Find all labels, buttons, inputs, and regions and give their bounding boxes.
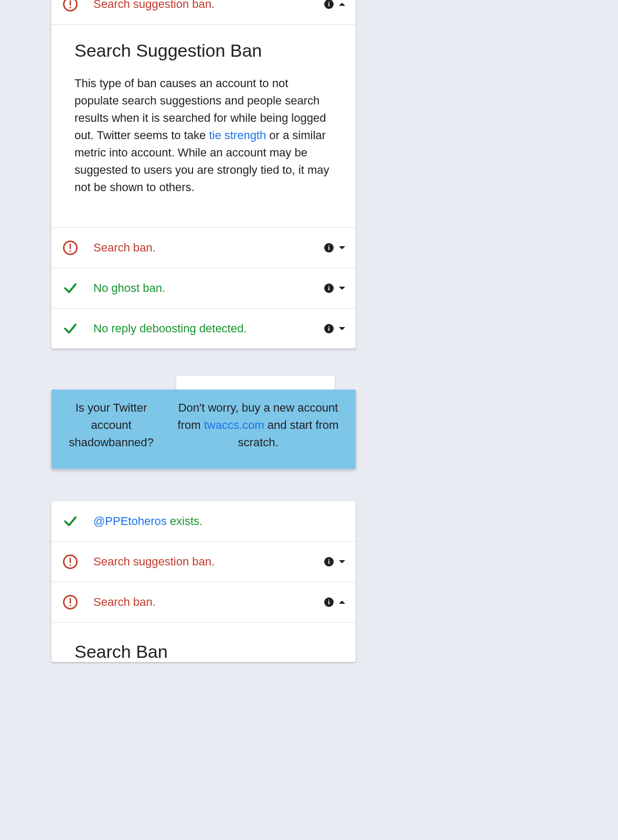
check-icon — [62, 320, 79, 337]
alert-icon — [62, 0, 79, 13]
row-label: Search ban. — [93, 595, 324, 609]
svg-rect-2 — [70, 7, 71, 8]
info-icon[interactable]: i — [324, 557, 334, 566]
info-icon[interactable]: i — [324, 284, 334, 293]
expanded-title: Search Suggestion Ban — [74, 40, 333, 61]
info-icon[interactable]: i — [324, 324, 334, 333]
promo-banner-wrap: Is your Twitter account shadowbanned? Do… — [51, 390, 356, 469]
alert-icon — [62, 594, 79, 611]
banner-cta: Don't worry, buy a new account from twac… — [168, 399, 348, 451]
info-icon[interactable]: i — [324, 243, 334, 253]
tie-strength-link[interactable]: tie strength — [209, 129, 266, 142]
caret-down-icon[interactable] — [339, 327, 345, 330]
exists-suffix: exists. — [167, 514, 203, 528]
banner-question: Is your Twitter account shadowbanned? — [59, 399, 164, 451]
results-card-2: @PPEtoheros exists. Search suggestion ba… — [51, 501, 356, 662]
results-card-1: Search suggestion ban. i Search Suggesti… — [51, 0, 356, 349]
alert-icon — [62, 553, 79, 570]
row-search-ban[interactable]: Search ban. i — [51, 582, 356, 622]
row-no-reply-deboosting[interactable]: No reply deboosting detected. i — [51, 308, 356, 349]
row-label: No ghost ban. — [93, 281, 324, 295]
row-label: Search suggestion ban. — [93, 0, 324, 11]
row-search-suggestion-ban[interactable]: Search suggestion ban. i — [51, 541, 356, 582]
row-no-ghost-ban[interactable]: No ghost ban. i — [51, 268, 356, 308]
svg-rect-10 — [70, 598, 71, 604]
caret-down-icon[interactable] — [339, 287, 345, 290]
expanded-body: This type of ban causes an account to no… — [74, 75, 333, 196]
caret-up-icon[interactable] — [339, 3, 345, 6]
row-label: No reply deboosting detected. — [93, 322, 324, 335]
row-label: Search ban. — [93, 241, 324, 255]
expanded-title-peek: Search Ban — [51, 622, 356, 662]
alert-icon — [62, 239, 79, 256]
info-icon[interactable]: i — [324, 0, 334, 9]
promo-banner: Is your Twitter account shadowbanned? Do… — [51, 390, 356, 469]
expanded-section: Search Suggestion Ban This type of ban c… — [51, 24, 356, 227]
svg-rect-4 — [70, 244, 71, 249]
check-icon — [62, 513, 79, 530]
svg-rect-7 — [70, 558, 71, 563]
svg-rect-8 — [70, 564, 71, 566]
check-icon — [62, 280, 79, 297]
caret-down-icon[interactable] — [339, 246, 345, 249]
svg-rect-1 — [70, 1, 71, 6]
account-handle-link[interactable]: @PPEtoheros — [93, 514, 167, 528]
row-search-suggestion-ban[interactable]: Search suggestion ban. i — [51, 0, 356, 24]
twaccs-link[interactable]: twaccs.com — [204, 418, 264, 432]
caret-down-icon[interactable] — [339, 560, 345, 563]
row-account-exists[interactable]: @PPEtoheros exists. — [51, 501, 356, 541]
row-label: @PPEtoheros exists. — [93, 514, 345, 528]
svg-rect-5 — [70, 250, 71, 252]
info-icon[interactable]: i — [324, 597, 334, 607]
row-search-ban[interactable]: Search ban. i — [51, 227, 356, 268]
caret-up-icon[interactable] — [339, 601, 345, 604]
row-label: Search suggestion ban. — [93, 555, 324, 569]
svg-rect-11 — [70, 605, 71, 606]
